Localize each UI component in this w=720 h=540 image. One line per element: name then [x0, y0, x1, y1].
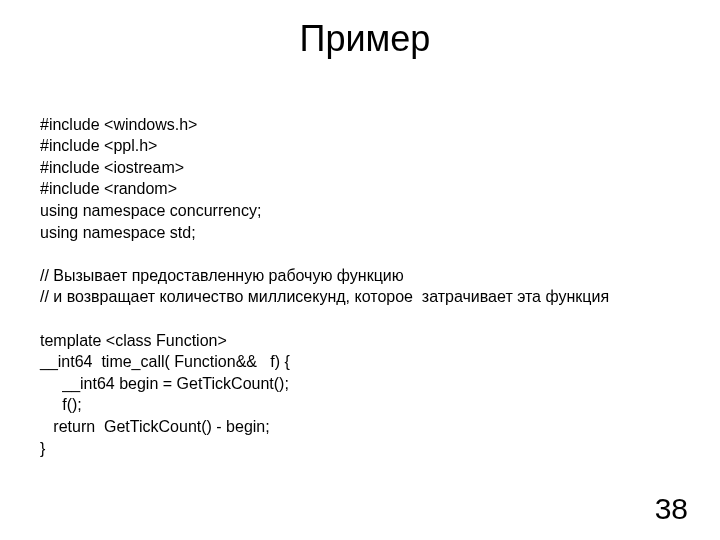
code-line: template <class Function>	[40, 332, 227, 349]
code-line: #include <ppl.h>	[40, 137, 157, 154]
code-line: #include <windows.h>	[40, 116, 197, 133]
code-line: #include <random>	[40, 180, 177, 197]
code-line: }	[40, 440, 45, 457]
code-line: #include <iostream>	[40, 159, 184, 176]
code-line: using namespace std;	[40, 224, 196, 241]
code-line: __int64 time_call( Function&& f) {	[40, 353, 290, 370]
code-line: f();	[40, 396, 82, 413]
code-line: __int64 begin = GetTickCount();	[40, 375, 289, 392]
page-number: 38	[655, 492, 688, 526]
code-line: // Вызывает предоставленную рабочую функ…	[40, 267, 404, 284]
slide-container: Пример #include <windows.h> #include <pp…	[0, 0, 720, 540]
code-line: return GetTickCount() - begin;	[40, 418, 270, 435]
code-line: using namespace concurrency;	[40, 202, 261, 219]
code-line: // и возвращает количество миллисекунд, …	[40, 288, 609, 305]
slide-title: Пример	[40, 18, 690, 60]
code-block: #include <windows.h> #include <ppl.h> #i…	[40, 92, 690, 481]
